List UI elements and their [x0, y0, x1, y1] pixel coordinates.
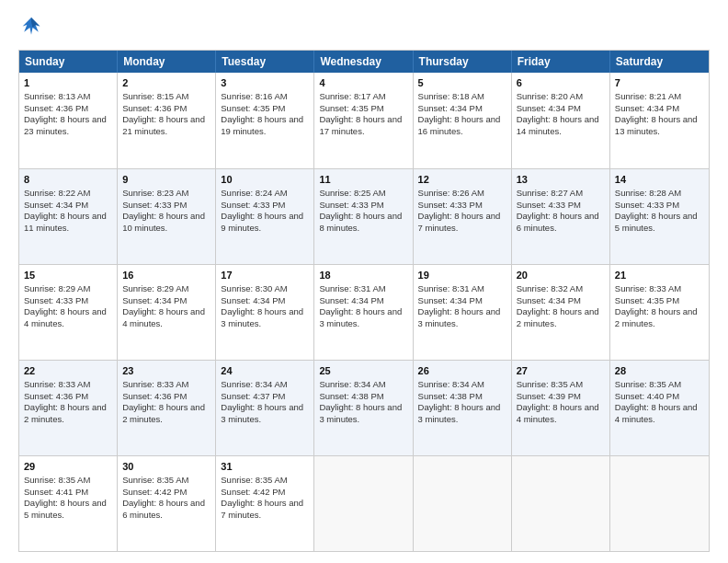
logo [18, 15, 48, 40]
day-number: 27 [517, 364, 605, 378]
day-info: Sunrise: 8:35 AMSunset: 4:40 PMDaylight:… [615, 379, 698, 424]
day-info: Sunrise: 8:26 AMSunset: 4:33 PMDaylight:… [418, 188, 501, 233]
day-info: Sunrise: 8:35 AMSunset: 4:41 PMDaylight:… [24, 475, 107, 520]
calendar-cell-day-17: 17Sunrise: 8:30 AMSunset: 4:34 PMDayligh… [216, 265, 314, 360]
calendar-cell-day-1: 1Sunrise: 8:13 AMSunset: 4:36 PMDaylight… [19, 73, 118, 168]
day-info: Sunrise: 8:17 AMSunset: 4:35 PMDaylight:… [319, 91, 402, 136]
day-info: Sunrise: 8:20 AMSunset: 4:34 PMDaylight:… [517, 91, 599, 136]
calendar-body: 1Sunrise: 8:13 AMSunset: 4:36 PMDaylight… [19, 73, 709, 551]
header [18, 15, 710, 40]
day-number: 5 [418, 76, 506, 90]
day-number: 4 [319, 76, 407, 90]
header-monday: Monday [118, 51, 216, 73]
calendar-cell-empty [414, 456, 512, 551]
day-number: 23 [122, 364, 210, 378]
day-info: Sunrise: 8:28 AMSunset: 4:33 PMDaylight:… [615, 188, 698, 233]
calendar-cell-day-18: 18Sunrise: 8:31 AMSunset: 4:34 PMDayligh… [314, 265, 413, 360]
header-friday: Friday [512, 51, 610, 73]
day-info: Sunrise: 8:35 AMSunset: 4:42 PMDaylight:… [221, 475, 303, 520]
calendar-cell-empty [512, 456, 610, 551]
calendar-cell-day-26: 26Sunrise: 8:34 AMSunset: 4:38 PMDayligh… [414, 361, 512, 455]
day-number: 14 [615, 173, 704, 187]
calendar-cell-empty [610, 456, 709, 551]
day-info: Sunrise: 8:34 AMSunset: 4:38 PMDaylight:… [319, 379, 402, 424]
calendar-cell-day-10: 10Sunrise: 8:24 AMSunset: 4:33 PMDayligh… [216, 169, 314, 264]
calendar-cell-day-27: 27Sunrise: 8:35 AMSunset: 4:39 PMDayligh… [512, 361, 610, 455]
calendar-cell-day-4: 4Sunrise: 8:17 AMSunset: 4:35 PMDaylight… [314, 73, 413, 168]
calendar-cell-day-24: 24Sunrise: 8:34 AMSunset: 4:37 PMDayligh… [216, 361, 314, 455]
day-number: 29 [24, 460, 112, 474]
day-number: 1 [24, 76, 112, 90]
day-number: 21 [615, 269, 704, 282]
calendar-cell-day-15: 15Sunrise: 8:29 AMSunset: 4:33 PMDayligh… [19, 265, 118, 360]
day-number: 30 [122, 460, 210, 474]
day-info: Sunrise: 8:33 AMSunset: 4:36 PMDaylight:… [122, 379, 205, 424]
calendar-cell-day-31: 31Sunrise: 8:35 AMSunset: 4:42 PMDayligh… [216, 456, 314, 551]
calendar-cell-day-21: 21Sunrise: 8:33 AMSunset: 4:35 PMDayligh… [610, 265, 709, 360]
day-info: Sunrise: 8:13 AMSunset: 4:36 PMDaylight:… [24, 91, 107, 136]
day-info: Sunrise: 8:34 AMSunset: 4:37 PMDaylight:… [221, 379, 303, 424]
day-info: Sunrise: 8:30 AMSunset: 4:34 PMDaylight:… [221, 283, 303, 328]
calendar-cell-day-22: 22Sunrise: 8:33 AMSunset: 4:36 PMDayligh… [19, 361, 118, 455]
calendar-week-5: 29Sunrise: 8:35 AMSunset: 4:41 PMDayligh… [19, 455, 709, 551]
day-info: Sunrise: 8:35 AMSunset: 4:42 PMDaylight:… [122, 475, 205, 520]
day-number: 9 [122, 173, 210, 187]
header-thursday: Thursday [414, 51, 512, 73]
calendar-cell-day-6: 6Sunrise: 8:20 AMSunset: 4:34 PMDaylight… [512, 73, 610, 168]
day-info: Sunrise: 8:32 AMSunset: 4:34 PMDaylight:… [517, 283, 599, 328]
calendar-header: Sunday Monday Tuesday Wednesday Thursday… [19, 51, 709, 73]
day-info: Sunrise: 8:21 AMSunset: 4:34 PMDaylight:… [615, 91, 698, 136]
calendar-cell-empty [314, 456, 413, 551]
day-info: Sunrise: 8:16 AMSunset: 4:35 PMDaylight:… [221, 91, 303, 136]
day-number: 31 [221, 460, 309, 474]
calendar-cell-day-19: 19Sunrise: 8:31 AMSunset: 4:34 PMDayligh… [414, 265, 512, 360]
day-info: Sunrise: 8:25 AMSunset: 4:33 PMDaylight:… [319, 188, 402, 233]
day-number: 12 [418, 173, 506, 187]
calendar-cell-day-3: 3Sunrise: 8:16 AMSunset: 4:35 PMDaylight… [216, 73, 314, 168]
calendar-cell-day-14: 14Sunrise: 8:28 AMSunset: 4:33 PMDayligh… [610, 169, 709, 264]
header-sunday: Sunday [19, 51, 118, 73]
logo-bird-icon [18, 15, 44, 40]
calendar-cell-day-11: 11Sunrise: 8:25 AMSunset: 4:33 PMDayligh… [314, 169, 413, 264]
day-number: 7 [615, 76, 704, 90]
day-info: Sunrise: 8:35 AMSunset: 4:39 PMDaylight:… [517, 379, 599, 424]
day-info: Sunrise: 8:34 AMSunset: 4:38 PMDaylight:… [418, 379, 501, 424]
calendar-cell-day-12: 12Sunrise: 8:26 AMSunset: 4:33 PMDayligh… [414, 169, 512, 264]
calendar-cell-day-28: 28Sunrise: 8:35 AMSunset: 4:40 PMDayligh… [610, 361, 709, 455]
calendar-cell-day-25: 25Sunrise: 8:34 AMSunset: 4:38 PMDayligh… [314, 361, 413, 455]
calendar-cell-day-20: 20Sunrise: 8:32 AMSunset: 4:34 PMDayligh… [512, 265, 610, 360]
day-info: Sunrise: 8:22 AMSunset: 4:34 PMDaylight:… [24, 188, 107, 233]
header-tuesday: Tuesday [216, 51, 314, 73]
day-info: Sunrise: 8:18 AMSunset: 4:34 PMDaylight:… [418, 91, 501, 136]
calendar-week-3: 15Sunrise: 8:29 AMSunset: 4:33 PMDayligh… [19, 264, 709, 360]
day-info: Sunrise: 8:24 AMSunset: 4:33 PMDaylight:… [221, 188, 303, 233]
header-wednesday: Wednesday [314, 51, 413, 73]
calendar-week-1: 1Sunrise: 8:13 AMSunset: 4:36 PMDaylight… [19, 73, 709, 168]
calendar-cell-day-30: 30Sunrise: 8:35 AMSunset: 4:42 PMDayligh… [118, 456, 216, 551]
day-info: Sunrise: 8:33 AMSunset: 4:35 PMDaylight:… [615, 283, 698, 328]
calendar-cell-day-13: 13Sunrise: 8:27 AMSunset: 4:33 PMDayligh… [512, 169, 610, 264]
day-number: 2 [122, 76, 210, 90]
day-number: 17 [221, 269, 309, 282]
day-info: Sunrise: 8:27 AMSunset: 4:33 PMDaylight:… [517, 188, 599, 233]
page: Sunday Monday Tuesday Wednesday Thursday… [0, 0, 728, 563]
calendar-cell-day-5: 5Sunrise: 8:18 AMSunset: 4:34 PMDaylight… [414, 73, 512, 168]
calendar-cell-day-8: 8Sunrise: 8:22 AMSunset: 4:34 PMDaylight… [19, 169, 118, 264]
calendar-week-4: 22Sunrise: 8:33 AMSunset: 4:36 PMDayligh… [19, 360, 709, 455]
day-info: Sunrise: 8:29 AMSunset: 4:33 PMDaylight:… [24, 283, 107, 328]
day-number: 10 [221, 173, 309, 187]
day-info: Sunrise: 8:31 AMSunset: 4:34 PMDaylight:… [319, 283, 402, 328]
day-info: Sunrise: 8:23 AMSunset: 4:33 PMDaylight:… [122, 188, 205, 233]
day-info: Sunrise: 8:15 AMSunset: 4:36 PMDaylight:… [122, 91, 205, 136]
day-number: 11 [319, 173, 407, 187]
day-number: 28 [615, 364, 704, 378]
day-number: 6 [517, 76, 605, 90]
day-number: 8 [24, 173, 112, 187]
calendar-week-2: 8Sunrise: 8:22 AMSunset: 4:34 PMDaylight… [19, 168, 709, 264]
day-number: 26 [418, 364, 506, 378]
calendar-cell-day-29: 29Sunrise: 8:35 AMSunset: 4:41 PMDayligh… [19, 456, 118, 551]
day-info: Sunrise: 8:33 AMSunset: 4:36 PMDaylight:… [24, 379, 107, 424]
calendar-cell-day-9: 9Sunrise: 8:23 AMSunset: 4:33 PMDaylight… [118, 169, 216, 264]
day-number: 24 [221, 364, 309, 378]
day-number: 19 [418, 269, 506, 282]
